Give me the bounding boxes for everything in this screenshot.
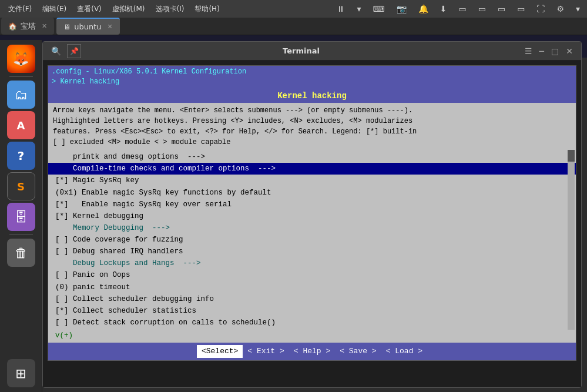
btn-select[interactable]: <Select> bbox=[197, 345, 243, 358]
help-line-4: [ ] excluded <M> module < > module capab… bbox=[53, 137, 571, 148]
dock-icon-help[interactable]: ? bbox=[7, 142, 35, 170]
fullscreen-icon[interactable]: ⛶ bbox=[533, 3, 548, 15]
tab-ubuntu-close[interactable]: ✕ bbox=[108, 23, 113, 31]
menu-row-14[interactable]: [ ] Detect stack corruption on calls to … bbox=[48, 317, 576, 329]
send-key-icon[interactable]: ⌨ bbox=[370, 3, 388, 15]
dock-separator-2 bbox=[9, 234, 33, 235]
dock-icon-firefox[interactable]: 🦊 bbox=[7, 45, 35, 73]
menu-row-6[interactable]: Memory Debugging ---> bbox=[48, 222, 576, 234]
btn-load[interactable]: < Load > bbox=[381, 345, 427, 358]
menu-row-1[interactable]: Compile-time checks and compiler options… bbox=[48, 163, 576, 175]
tab-baota[interactable]: 🏠 宝塔 ✕ bbox=[1, 18, 54, 35]
terminal-titlebar: 🔍 📌 Terminal ☰ ─ □ ✕ bbox=[43, 42, 581, 61]
menuconfig-menu-area[interactable]: printk and dmesg options ---> Compile-ti… bbox=[48, 150, 576, 330]
btn-exit[interactable]: < Exit > bbox=[243, 345, 289, 358]
application-dock: 🦊 🗂 A ? S 🗄 🗑 ⊞ bbox=[0, 40, 42, 392]
terminal-body[interactable]: .config - Linux/X86 5.0.1 Kernel Configu… bbox=[45, 63, 579, 385]
help-line-3: features. Press <Esc><Esc> to exit, <?> … bbox=[53, 126, 571, 137]
more-icon[interactable]: ▾ bbox=[572, 3, 583, 15]
scrollbar-track[interactable] bbox=[568, 150, 575, 330]
menuconfig-breadcrumb: .config - Linux/X86 5.0.1 Kernel Configu… bbox=[48, 66, 576, 88]
pause-icon[interactable]: ⏸ bbox=[333, 3, 348, 15]
settings-icon[interactable]: ⚙ bbox=[553, 3, 568, 15]
vmware-menu-bar: 文件(F) 编辑(E) 查看(V) 虚拟机(M) 选项卡(I) 帮助(H) ⏸ … bbox=[0, 0, 587, 18]
dock-icon-software[interactable]: A bbox=[7, 111, 35, 139]
dock-icon-archive[interactable]: 🗄 bbox=[7, 203, 35, 231]
terminal-window: 🔍 📌 Terminal ☰ ─ □ ✕ .config - Linux/X86… bbox=[42, 41, 582, 388]
menu-file[interactable]: 文件(F) bbox=[4, 3, 36, 15]
tab-baota-label: 宝塔 bbox=[21, 21, 36, 32]
dock-icon-sublime[interactable]: S bbox=[7, 172, 35, 200]
terminal-content-area[interactable]: .config - Linux/X86 5.0.1 Kernel Configu… bbox=[43, 61, 581, 387]
scrollbar-thumb[interactable] bbox=[568, 150, 575, 162]
menu-row-9[interactable]: Debug Lockups and Hangs ---> bbox=[48, 257, 576, 269]
view1-icon[interactable]: ▭ bbox=[455, 3, 469, 15]
snapshot-icon[interactable]: 📷 bbox=[393, 3, 410, 15]
menu-row-13[interactable]: [*] Collect scheduler statistics bbox=[48, 305, 576, 317]
tab-baota-icon: 🏠 bbox=[8, 22, 17, 31]
menuconfig-button-bar: <Select> < Exit > < Help > < Save > < Lo… bbox=[48, 343, 576, 360]
menu-row-7[interactable]: [ ] Code coverage for fuzzing bbox=[48, 234, 576, 246]
terminal-pin-btn[interactable]: 📌 bbox=[67, 44, 81, 58]
menu-row-11[interactable]: (0) panic timeout bbox=[48, 282, 576, 293]
terminal-maximize-btn[interactable]: □ bbox=[548, 45, 562, 57]
menuconfig-bottom-status: v(+) bbox=[48, 330, 576, 343]
menu-row-5[interactable]: [*] Kernel debugging bbox=[48, 210, 576, 222]
dropdown-icon[interactable]: ▾ bbox=[353, 3, 364, 15]
menu-row-3[interactable]: (0x1) Enable magic SysRq key functions b… bbox=[48, 187, 576, 199]
menuconfig-panel[interactable]: .config - Linux/X86 5.0.1 Kernel Configu… bbox=[48, 65, 576, 361]
view3-icon[interactable]: ▭ bbox=[494, 3, 509, 15]
help-line-1: Arrow keys navigate the menu. <Enter> se… bbox=[53, 105, 571, 116]
terminal-minimize-btn[interactable]: ─ bbox=[536, 45, 548, 57]
help-line-2: Highlighted letters are hotkeys. Pressin… bbox=[53, 116, 571, 126]
terminal-search-btn[interactable]: 🔍 bbox=[48, 45, 65, 57]
tab-ubuntu[interactable]: 🖥 ubuntu ✕ bbox=[56, 18, 120, 35]
menu-row-0[interactable]: printk and dmesg options ---> bbox=[48, 151, 576, 163]
breadcrumb-text-2: > Kernel hacking bbox=[52, 78, 119, 86]
snapshot2-icon[interactable]: 🔔 bbox=[415, 3, 432, 15]
breadcrumb-text-1: .config - Linux/X86 5.0.1 Kernel Configu… bbox=[52, 68, 246, 76]
btn-save[interactable]: < Save > bbox=[335, 345, 381, 358]
tab-baota-close[interactable]: ✕ bbox=[42, 22, 47, 30]
menu-vm[interactable]: 虚拟机(M) bbox=[108, 3, 150, 15]
menu-row-2[interactable]: [*] Magic SysRq key bbox=[48, 175, 576, 186]
menu-row-10[interactable]: [ ] Panic on Oops bbox=[48, 269, 576, 281]
view4-icon[interactable]: ▭ bbox=[514, 3, 528, 15]
terminal-title: Terminal bbox=[81, 46, 521, 55]
terminal-menu-btn[interactable]: ☰ bbox=[521, 45, 536, 57]
vm-tab-bar: 🏠 宝塔 ✕ 🖥 ubuntu ✕ bbox=[0, 18, 587, 35]
tab-ubuntu-label: ubuntu bbox=[74, 22, 101, 31]
view2-icon[interactable]: ▭ bbox=[475, 3, 489, 15]
menu-row-4[interactable]: [*] Enable magic SysRq key over serial bbox=[48, 199, 576, 210]
menu-tabs[interactable]: 选项卡(I) bbox=[151, 3, 189, 15]
menu-view[interactable]: 查看(V) bbox=[72, 3, 106, 15]
menuconfig-title: Kernel hacking bbox=[48, 88, 576, 103]
menu-row-8[interactable]: [ ] Debug shared IRQ handlers bbox=[48, 246, 576, 257]
tab-ubuntu-icon: 🖥 bbox=[63, 23, 71, 31]
dock-icon-show-apps[interactable]: ⊞ bbox=[7, 359, 35, 387]
menuconfig-help: Arrow keys navigate the menu. <Enter> se… bbox=[48, 103, 576, 150]
dock-icon-files[interactable]: 🗂 bbox=[7, 81, 35, 109]
download-icon[interactable]: ⬇ bbox=[437, 3, 451, 15]
menu-edit[interactable]: 编辑(E) bbox=[38, 3, 71, 15]
btn-help[interactable]: < Help > bbox=[289, 345, 335, 358]
terminal-close-btn[interactable]: ✕ bbox=[562, 45, 576, 57]
dock-icon-trash[interactable]: 🗑 bbox=[7, 239, 35, 267]
dock-separator bbox=[9, 76, 33, 77]
menu-row-12[interactable]: [ ] Collect scheduler debugging info bbox=[48, 293, 576, 305]
menu-help[interactable]: 帮助(H) bbox=[190, 3, 224, 15]
